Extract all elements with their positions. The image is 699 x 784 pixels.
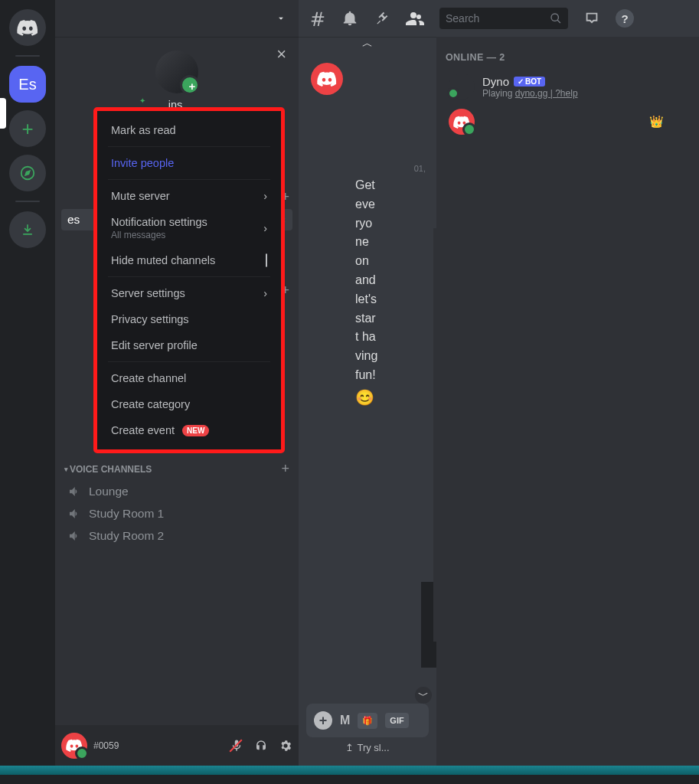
new-badge: NEW — [182, 425, 209, 436]
speaker-icon — [67, 485, 83, 498]
ctx-privacy-settings[interactable]: Privacy settings — [103, 306, 275, 332]
member-item[interactable]: Dyno ✓ BOT Playing dyno.gg | ?help — [446, 69, 690, 104]
home-button[interactable] — [9, 9, 46, 46]
user-settings-button[interactable] — [279, 739, 292, 753]
explore-servers-button[interactable] — [9, 155, 46, 191]
member-name: Dyno — [482, 75, 509, 88]
member-item[interactable]: 👑 — [446, 104, 690, 139]
server-rail: Es + — [0, 0, 55, 766]
svg-marker-1 — [25, 171, 30, 175]
sparkle-decoration: ✦ — [139, 96, 145, 105]
download-apps-button[interactable] — [9, 211, 46, 248]
message-date: 01, — [299, 164, 436, 173]
rail-divider — [15, 201, 40, 202]
channel-sidebar: × ✦ ✦ ✦ ins. nds! Invite + es — [55, 0, 299, 766]
add-channel-icon[interactable]: + — [281, 461, 289, 477]
server-selection-pill — [0, 98, 6, 129]
chevron-right-icon: › — [263, 287, 267, 299]
member-status: Playing dyno.gg | ?help — [482, 88, 578, 99]
ctx-mark-read[interactable]: Mark as read — [103, 117, 275, 143]
user-avatar[interactable] — [61, 733, 87, 759]
deafen-button[interactable] — [254, 739, 268, 753]
channel-toolbar: Search ? — [299, 0, 699, 37]
ctx-mute-server[interactable]: Mute server› — [103, 183, 275, 209]
divider — [108, 179, 270, 180]
chevron-right-icon: › — [263, 222, 267, 234]
divider — [433, 228, 436, 642]
attach-button[interactable]: + — [314, 711, 332, 730]
m-label: M — [340, 714, 350, 727]
search-placeholder: Search — [446, 12, 479, 24]
search-input[interactable]: Search — [439, 8, 568, 29]
voice-channel-item[interactable]: Lounge — [61, 481, 292, 502]
ctx-server-settings[interactable]: Server settings› — [103, 280, 275, 306]
jump-to-present-icon[interactable]: ﹀ — [415, 687, 432, 704]
member-avatar — [449, 74, 475, 100]
voice-channel-item[interactable]: Study Room 2 — [61, 525, 292, 547]
user-tag: #0059 — [93, 740, 119, 751]
voice-channel-item[interactable]: Study Room 1 — [61, 503, 292, 524]
chevron-down-icon: ▾ — [64, 466, 68, 473]
checkbox-icon[interactable] — [266, 253, 267, 267]
user-panel: #0059 — [55, 725, 299, 766]
voice-category-header[interactable]: ▾ VOICE CHANNELS + — [55, 455, 299, 480]
search-icon — [550, 12, 562, 24]
chevron-up-icon[interactable]: ︿ — [299, 37, 436, 54]
chevron-down-icon — [276, 13, 286, 24]
notifications-icon[interactable] — [341, 10, 358, 27]
channel-label: Study Room 2 — [89, 529, 164, 543]
speaker-icon — [67, 507, 83, 521]
main-column: Search ? ︿ 01, Get everyone on and let's… — [299, 0, 699, 766]
add-server-button[interactable]: + — [9, 110, 46, 147]
chevron-right-icon: › — [263, 190, 267, 202]
channel-label: Study Room 1 — [89, 507, 164, 521]
server-icon[interactable]: Es — [9, 66, 46, 103]
speaker-icon — [67, 529, 83, 543]
members-group-label: ONLINE — 2 — [446, 52, 690, 63]
pinned-icon[interactable] — [374, 10, 390, 27]
bot-badge: ✓ BOT — [514, 77, 545, 87]
message-emoji: 😊 — [299, 388, 436, 407]
messages-pane: ︿ 01, Get everyone on and let's start ha… — [299, 37, 436, 766]
mute-mic-button[interactable] — [230, 739, 243, 753]
member-avatar — [449, 109, 475, 135]
help-icon[interactable]: ? — [616, 9, 634, 28]
ctx-hide-muted[interactable]: Hide muted channels — [103, 247, 275, 273]
gift-button[interactable]: 🎁 — [358, 713, 377, 729]
close-icon[interactable]: × — [276, 44, 286, 64]
ctx-invite-people[interactable]: Invite people — [103, 150, 275, 176]
ctx-create-channel[interactable]: Create channel — [103, 365, 275, 391]
server-owner-crown-icon: 👑 — [649, 115, 664, 129]
channel-label: Lounge — [89, 485, 129, 498]
window-bottom-bar — [0, 766, 699, 775]
divider — [108, 146, 270, 147]
member-list-toggle[interactable] — [406, 9, 424, 28]
gif-button[interactable]: GIF — [385, 713, 408, 728]
message-input[interactable]: + M 🎁 GIF — [306, 704, 429, 737]
channel-label: es — [67, 213, 80, 227]
slash-hint: Try sl... — [306, 742, 429, 753]
rail-divider — [15, 55, 40, 57]
server-context-menu: Mark as read Invite people Mute server› … — [93, 107, 285, 453]
inbox-icon[interactable] — [583, 10, 600, 27]
threads-icon[interactable] — [309, 10, 326, 27]
invite-avatar-icon — [155, 51, 198, 93]
message-text: Get everyone on and let's start having f… — [299, 173, 383, 388]
ctx-edit-server-profile[interactable]: Edit server profile — [103, 332, 275, 358]
server-header[interactable] — [55, 0, 299, 37]
divider — [108, 361, 270, 362]
divider — [108, 276, 270, 277]
ctx-create-category[interactable]: Create category — [103, 391, 275, 417]
members-list: ONLINE — 2 Dyno ✓ BOT Playing dyno.gg | … — [436, 37, 699, 766]
message-author-avatar[interactable] — [311, 63, 343, 95]
ctx-notification-settings[interactable]: Notification settings All messages › — [103, 209, 275, 247]
ctx-create-event[interactable]: Create event NEW — [103, 417, 275, 443]
category-label: VOICE CHANNELS — [70, 464, 152, 475]
